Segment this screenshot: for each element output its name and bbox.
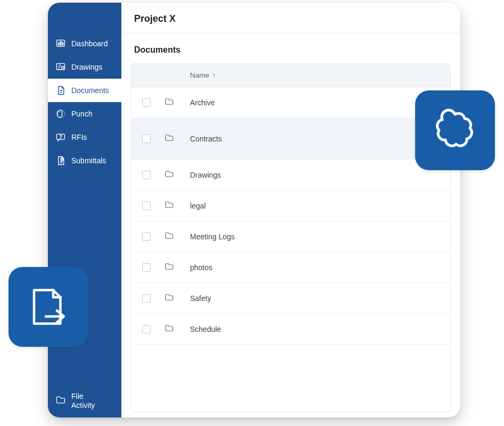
svg-rect-2 <box>60 41 61 45</box>
row-icon-cell <box>164 200 190 211</box>
submittals-icon <box>55 155 66 166</box>
row-name: Meeting Logs <box>190 232 235 241</box>
folder-icon <box>164 293 174 304</box>
checkbox[interactable] <box>142 232 151 241</box>
row-name: Contracts <box>190 135 222 143</box>
row-icon-cell <box>164 169 190 180</box>
page-title: Project X <box>134 13 448 24</box>
checkbox[interactable] <box>142 135 151 143</box>
folder-icon <box>164 169 174 180</box>
row-checkbox-cell <box>142 294 164 303</box>
sidebar: Dashboard Drawings Documents Punch <box>48 3 121 417</box>
sidebar-item-drawings[interactable]: Drawings <box>48 55 121 79</box>
row-icon-cell <box>164 323 190 335</box>
rfi-icon <box>55 132 66 143</box>
folder-icon <box>164 262 174 273</box>
export-badge <box>9 267 88 347</box>
main-content: Project X Documents Name ↑ ArchiveContra… <box>121 3 460 417</box>
folder-icon <box>164 231 174 242</box>
checkbox[interactable] <box>142 98 151 107</box>
svg-point-8 <box>61 138 61 139</box>
sidebar-item-label: Drawings <box>71 63 102 71</box>
app-window: Dashboard Drawings Documents Punch <box>48 3 460 417</box>
checkbox[interactable] <box>142 202 151 210</box>
table-body: ArchiveContractsDrawingslegalMeeting Log… <box>131 87 450 345</box>
row-name: Drawings <box>190 171 221 179</box>
dashboard-icon <box>55 38 66 49</box>
sidebar-item-label: Dashboard <box>71 39 108 48</box>
row-icon-cell <box>164 262 190 273</box>
sidebar-item-dashboard[interactable]: Dashboard <box>48 32 121 55</box>
row-checkbox-cell <box>142 98 164 107</box>
folder-icon <box>55 395 66 407</box>
column-header-name[interactable]: Name ↑ <box>190 71 216 79</box>
folder-icon <box>164 133 174 144</box>
section-header: Documents <box>121 34 460 63</box>
table-row[interactable]: photos <box>131 252 450 283</box>
table-header: Name ↑ <box>131 64 450 87</box>
row-checkbox-cell <box>142 202 164 210</box>
folder-icon <box>164 200 174 211</box>
sidebar-item-label: Punch <box>71 110 93 118</box>
table-row[interactable]: Safety <box>131 283 450 314</box>
sidebar-item-rfis[interactable]: RFIs <box>48 126 121 149</box>
sort-ascending-icon: ↑ <box>212 72 216 79</box>
row-checkbox-cell <box>142 135 164 143</box>
drawings-icon <box>55 62 66 72</box>
sidebar-item-label: Submittals <box>71 156 106 165</box>
row-icon-cell <box>164 97 190 108</box>
sidebar-nav: Dashboard Drawings Documents Punch <box>48 3 121 172</box>
checkbox[interactable] <box>142 263 151 272</box>
row-icon-cell <box>164 231 190 242</box>
checkbox[interactable] <box>142 325 151 333</box>
row-name: Safety <box>190 294 211 303</box>
sidebar-item-submittals[interactable]: Submittals <box>48 149 121 172</box>
document-icon <box>55 85 66 96</box>
svg-rect-5 <box>62 66 64 68</box>
section-title: Documents <box>134 45 448 55</box>
row-icon-cell <box>164 133 190 144</box>
row-name: legal <box>190 202 206 210</box>
sidebar-item-documents[interactable]: Documents <box>48 79 121 102</box>
svg-rect-1 <box>58 43 59 45</box>
row-checkbox-cell <box>142 232 164 241</box>
checkbox[interactable] <box>142 171 151 179</box>
row-icon-cell <box>164 293 190 304</box>
sidebar-item-label: Documents <box>71 86 109 95</box>
row-checkbox-cell <box>142 171 164 179</box>
table-row[interactable]: legal <box>131 190 450 221</box>
cloud-badge <box>415 90 495 170</box>
row-checkbox-cell <box>142 325 164 333</box>
table-row[interactable]: Schedule <box>131 314 450 345</box>
folder-icon <box>164 323 174 335</box>
row-name: Schedule <box>190 325 221 333</box>
row-name: photos <box>190 263 212 272</box>
svg-rect-3 <box>62 43 63 45</box>
row-checkbox-cell <box>142 263 164 272</box>
sidebar-item-file-activity[interactable]: File Activity <box>48 387 121 417</box>
table-row[interactable]: Archive <box>131 87 450 118</box>
sidebar-item-label: File Activity <box>71 392 95 410</box>
column-label: Name <box>190 71 209 79</box>
sidebar-item-punch[interactable]: Punch <box>48 102 121 126</box>
checkbox[interactable] <box>142 294 151 303</box>
documents-table: Name ↑ ArchiveContractsDrawingslegalMeet… <box>131 63 451 412</box>
punch-icon <box>55 108 66 119</box>
table-row[interactable]: Contracts <box>131 118 450 160</box>
titlebar: Project X <box>121 3 460 34</box>
folder-icon <box>164 97 174 108</box>
table-row[interactable]: Meeting Logs <box>131 221 450 252</box>
row-name: Archive <box>190 98 215 107</box>
table-row[interactable]: Drawings <box>131 160 450 190</box>
sidebar-item-label: RFIs <box>71 133 87 141</box>
